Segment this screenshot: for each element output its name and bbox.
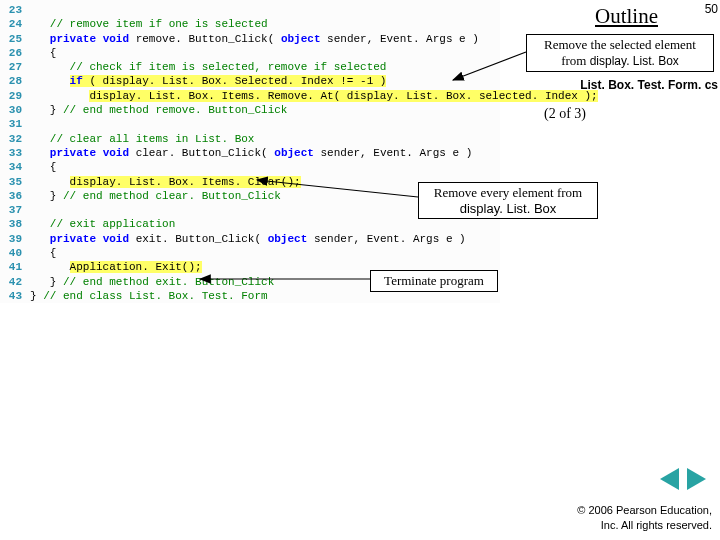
page-indicator: (2 of 3) <box>544 106 586 122</box>
outline-heading: Outline <box>595 4 658 29</box>
prev-icon[interactable] <box>660 468 679 490</box>
code-block: 23 24 // remove item if one is selected … <box>0 0 500 303</box>
callout-remove-selected: Remove the selected element from display… <box>526 34 714 72</box>
nav-buttons <box>658 468 708 494</box>
copyright: © 2006 Pearson Education, Inc. All right… <box>577 503 712 532</box>
slide-number: 50 <box>705 2 718 16</box>
callout-remove-all: Remove every element from display. List.… <box>418 182 598 219</box>
next-icon[interactable] <box>687 468 706 490</box>
callout-terminate: Terminate program <box>370 270 498 292</box>
file-name: List. Box. Test. Form. cs <box>580 78 718 92</box>
